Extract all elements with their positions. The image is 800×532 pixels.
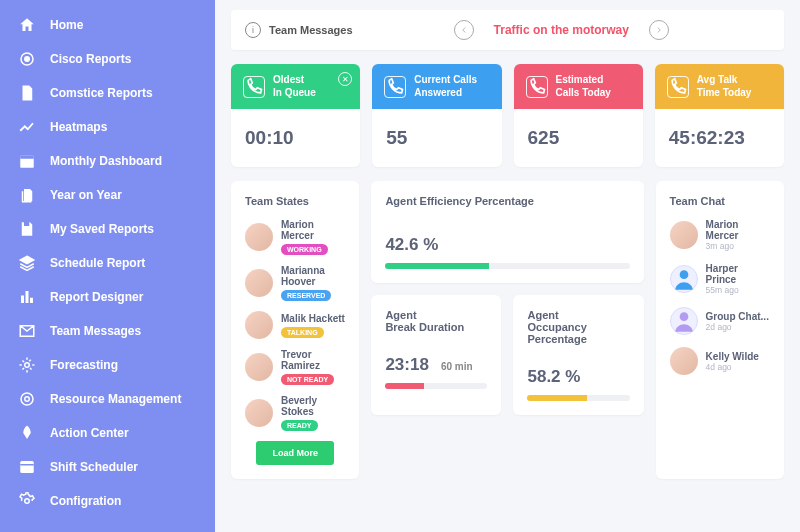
- sidebar-item-label: Shift Scheduler: [50, 460, 138, 474]
- sidebar-item-label: Monthly Dashboard: [50, 154, 162, 168]
- rocket-icon: [18, 424, 36, 442]
- document-icon: [18, 84, 36, 102]
- sidebar-item-label: Cisco Reports: [50, 52, 131, 66]
- sidebar-item-cisco-reports[interactable]: Cisco Reports: [0, 42, 215, 76]
- person-name: Malik Hackett: [281, 313, 345, 324]
- card-value: 00:10: [231, 109, 360, 167]
- chat-time: 4d ago: [706, 362, 759, 372]
- schedule-icon: [18, 458, 36, 476]
- sidebar-item-team-messages[interactable]: Team Messages: [0, 314, 215, 348]
- avatar-icon: [670, 265, 698, 293]
- svg-rect-5: [26, 291, 29, 303]
- card-title: Oldest In Queue: [273, 74, 316, 99]
- sidebar-item-label: My Saved Reports: [50, 222, 154, 236]
- card-value: 55: [372, 109, 501, 167]
- close-icon[interactable]: ✕: [338, 72, 352, 86]
- phone-icon: [667, 76, 689, 98]
- load-more-button[interactable]: Load More: [256, 441, 334, 465]
- break-max: 60 min: [441, 361, 473, 372]
- svg-rect-4: [21, 296, 24, 304]
- card-title: Current Calls Answered: [414, 74, 477, 99]
- files-icon: [18, 186, 36, 204]
- phone-icon: [526, 76, 548, 98]
- prev-message-button[interactable]: [454, 20, 474, 40]
- phone-icon: [243, 76, 265, 98]
- phone-icon: [384, 76, 406, 98]
- avatar: [670, 221, 698, 249]
- sidebar-item-resource-management[interactable]: Resource Management: [0, 382, 215, 416]
- sidebar-item-label: Home: [50, 18, 83, 32]
- team-state-row[interactable]: Marianna Hoover RESERVED: [245, 265, 345, 301]
- sidebar-item-action-center[interactable]: Action Center: [0, 416, 215, 450]
- svg-point-11: [25, 499, 30, 504]
- sidebar-item-monthly-dashboard[interactable]: Monthly Dashboard: [0, 144, 215, 178]
- svg-rect-6: [30, 298, 33, 303]
- chat-item[interactable]: Kelly Wilde4d ago: [670, 347, 770, 375]
- stat-card: Avg Talk Time Today 45:62:23: [655, 64, 784, 167]
- sidebar-item-shift-scheduler[interactable]: Shift Scheduler: [0, 450, 215, 484]
- avatar: [245, 223, 273, 251]
- sidebar-item-comstice-reports[interactable]: Comstice Reports: [0, 76, 215, 110]
- next-message-button[interactable]: [649, 20, 669, 40]
- sidebar-item-home[interactable]: Home: [0, 8, 215, 42]
- svg-point-7: [25, 363, 30, 368]
- team-state-row[interactable]: Marion Mercer WORKING: [245, 219, 345, 255]
- team-state-row[interactable]: Beverly Stokes READY: [245, 395, 345, 431]
- sidebar-item-schedule-report[interactable]: Schedule Report: [0, 246, 215, 280]
- chat-item[interactable]: Marion Mercer3m ago: [670, 219, 770, 251]
- status-badge: RESERVED: [281, 290, 331, 301]
- sidebar: Home Cisco Reports Comstice Reports Heat…: [0, 0, 215, 532]
- sidebar-item-label: Resource Management: [50, 392, 181, 406]
- status-badge: READY: [281, 420, 318, 431]
- sidebar-item-forecasting[interactable]: Forecasting: [0, 348, 215, 382]
- break-value: 23:18: [385, 355, 428, 375]
- team-messages-bar: i Team Messages Traffic on the motorway: [231, 10, 784, 50]
- sidebar-item-label: Configration: [50, 494, 121, 508]
- info-icon: i: [245, 22, 261, 38]
- sidebar-item-label: Year on Year: [50, 188, 122, 202]
- svg-point-8: [21, 393, 33, 405]
- efficiency-value: 42.6 %: [385, 235, 438, 255]
- chat-item[interactable]: Group Chat...2d ago: [670, 307, 770, 335]
- sidebar-item-label: Comstice Reports: [50, 86, 153, 100]
- sidebar-item-label: Report Designer: [50, 290, 143, 304]
- avatar: [245, 353, 273, 381]
- team-messages-label: Team Messages: [269, 24, 353, 36]
- cog-icon: [18, 492, 36, 510]
- agent-efficiency-panel: Agent Efficiency Percentage 42.6 %: [371, 181, 643, 283]
- card-title: Avg Talk Time Today: [697, 74, 752, 99]
- sidebar-item-label: Heatmaps: [50, 120, 107, 134]
- chart-line-icon: [18, 118, 36, 136]
- team-chat-panel: Team Chat Marion Mercer3m agoHarper Prin…: [656, 181, 784, 479]
- card-value: 45:62:23: [655, 109, 784, 167]
- sidebar-item-my-saved-reports[interactable]: My Saved Reports: [0, 212, 215, 246]
- panel-title: Agent Efficiency Percentage: [385, 195, 629, 207]
- sidebar-item-label: Action Center: [50, 426, 129, 440]
- sidebar-item-configration[interactable]: Configration: [0, 484, 215, 518]
- card-header: Estimated Calls Today: [514, 64, 643, 109]
- sidebar-item-report-designer[interactable]: Report Designer: [0, 280, 215, 314]
- chat-name: Kelly Wilde: [706, 351, 759, 362]
- sidebar-item-year-on-year[interactable]: Year on Year: [0, 178, 215, 212]
- occupancy-value: 58.2 %: [527, 367, 580, 387]
- svg-point-1: [25, 57, 30, 62]
- chat-item[interactable]: Harper Prince55m ago: [670, 263, 770, 295]
- save-icon: [18, 220, 36, 238]
- message-headline: Traffic on the motorway: [494, 23, 629, 37]
- settings-icon: [18, 390, 36, 408]
- card-value: 625: [514, 109, 643, 167]
- home-icon: [18, 16, 36, 34]
- team-state-row[interactable]: Trevor Ramirez NOT READY: [245, 349, 345, 385]
- svg-point-13: [679, 312, 688, 321]
- status-badge: NOT READY: [281, 374, 334, 385]
- target-icon: [18, 50, 36, 68]
- agent-break-panel: Agent Break Duration 23:1860 min: [371, 295, 501, 415]
- break-bar: [385, 383, 487, 389]
- status-badge: WORKING: [281, 244, 328, 255]
- team-state-row[interactable]: Malik Hackett TALKING: [245, 311, 345, 339]
- status-badge: TALKING: [281, 327, 324, 338]
- panel-title: Agent Occupancy Percentage: [527, 309, 629, 345]
- card-header: Oldest In Queue ✕: [231, 64, 360, 109]
- stat-card: Oldest In Queue ✕ 00:10: [231, 64, 360, 167]
- sidebar-item-heatmaps[interactable]: Heatmaps: [0, 110, 215, 144]
